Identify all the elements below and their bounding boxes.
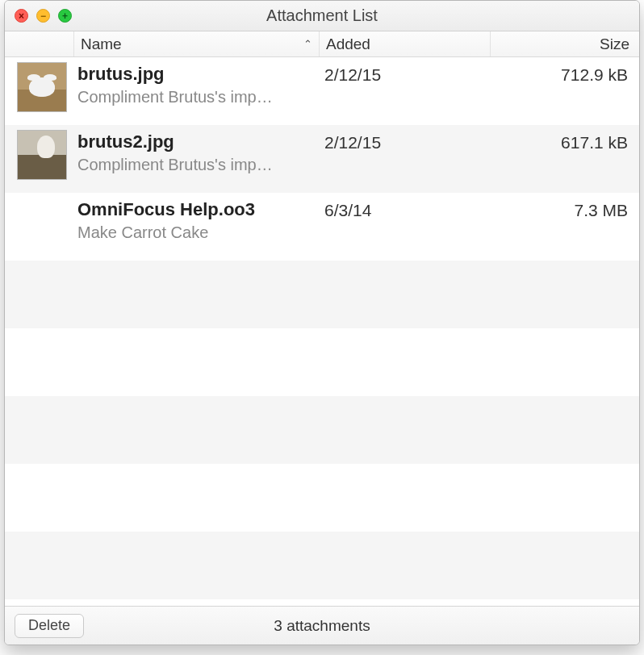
table-header: Name ⌃ Added Size — [5, 31, 639, 57]
size-cell: 712.9 kB — [491, 57, 639, 85]
size-cell: 7.3 MB — [491, 193, 639, 220]
name-cell: OmniFocus Help.oo3Make Carrot Cake — [74, 193, 320, 242]
attachment-list-window: × − + Attachment List Name ⌃ Added Size … — [4, 0, 640, 645]
thumbnail-cell — [5, 193, 74, 202]
added-cell: 6/3/14 — [320, 193, 491, 220]
column-header-name[interactable]: Name ⌃ — [74, 31, 320, 56]
added-cell: 2/12/15 — [320, 125, 491, 152]
delete-button[interactable]: Delete — [15, 614, 84, 638]
filename: brutus2.jpg — [77, 131, 313, 152]
sort-ascending-icon: ⌃ — [303, 38, 312, 50]
description: Compliment Brutus's imp… — [77, 156, 313, 174]
added-cell: 2/12/15 — [320, 57, 491, 85]
close-button[interactable]: × — [15, 9, 28, 23]
filename: OmniFocus Help.oo3 — [77, 199, 313, 220]
traffic-lights: × − + — [5, 9, 72, 23]
description: Compliment Brutus's imp… — [77, 88, 313, 106]
empty-row — [5, 396, 639, 464]
filename: brutus.jpg — [77, 64, 313, 85]
empty-row — [5, 532, 639, 599]
table-row[interactable]: brutus.jpgCompliment Brutus's imp…2/12/1… — [5, 57, 639, 125]
name-cell: brutus2.jpgCompliment Brutus's imp… — [74, 125, 320, 174]
column-header-size[interactable]: Size — [491, 31, 639, 56]
column-header-added-label: Added — [326, 35, 370, 53]
thumbnail-image — [17, 62, 67, 112]
status-text: 3 attachments — [5, 617, 639, 635]
empty-row — [5, 328, 639, 396]
thumbnail-image — [17, 130, 67, 180]
empty-row — [5, 261, 639, 328]
table-row[interactable]: OmniFocus Help.oo3Make Carrot Cake6/3/14… — [5, 193, 639, 261]
column-header-name-label: Name — [81, 35, 122, 53]
thumbnail-cell — [5, 57, 74, 117]
window-title: Attachment List — [5, 6, 639, 25]
column-header-added[interactable]: Added — [320, 31, 491, 56]
column-header-thumbnail[interactable] — [5, 31, 74, 56]
size-cell: 617.1 kB — [491, 125, 639, 152]
thumbnail-cell — [5, 125, 74, 185]
titlebar: × − + Attachment List — [5, 1, 639, 31]
column-header-size-label: Size — [600, 35, 629, 53]
minimize-button[interactable]: − — [36, 9, 50, 23]
description: Make Carrot Cake — [77, 223, 313, 242]
attachments-list[interactable]: brutus.jpgCompliment Brutus's imp…2/12/1… — [5, 57, 639, 606]
name-cell: brutus.jpgCompliment Brutus's imp… — [74, 57, 320, 106]
maximize-button[interactable]: + — [58, 9, 72, 23]
table-row[interactable]: brutus2.jpgCompliment Brutus's imp…2/12/… — [5, 125, 639, 193]
empty-row — [5, 464, 639, 532]
footer: Delete 3 attachments — [5, 606, 639, 645]
